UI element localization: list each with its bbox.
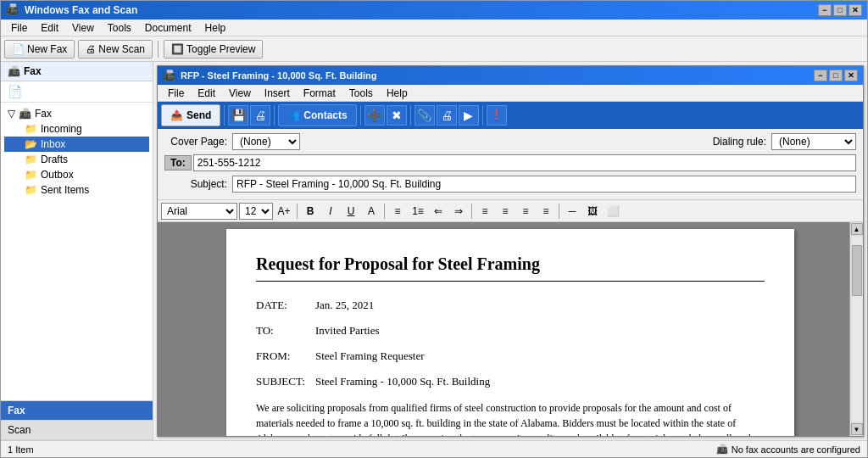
doc-to-label: TO:: [256, 324, 315, 338]
font-size-select[interactable]: 12: [239, 203, 273, 220]
cover-page-row: Cover Page: (None) Dialing rule: (None): [164, 132, 856, 151]
align-right-button[interactable]: ≡: [516, 203, 535, 220]
sidebar-tree: ▽ 📠 Fax 📁 Incoming 📂 Inbox 📁: [1, 103, 153, 400]
cover-page-label: Cover Page:: [164, 136, 232, 148]
justify-button[interactable]: ≡: [537, 203, 555, 220]
inner-minimize-button[interactable]: −: [814, 70, 827, 81]
attach-icon[interactable]: 📎: [415, 105, 435, 126]
menu-file[interactable]: File: [4, 20, 34, 36]
inner-win-controls: − □ ✕: [814, 70, 858, 81]
inner-menu-tools[interactable]: Tools: [342, 86, 380, 101]
new-fax-button[interactable]: 📄 New Fax: [4, 40, 75, 59]
align-left-button[interactable]: ≡: [476, 203, 494, 220]
bullets-button[interactable]: ≡: [388, 203, 407, 220]
tab-fax[interactable]: Fax: [1, 401, 153, 421]
outer-window-title: Windows Fax and Scan: [25, 4, 818, 16]
italic-button[interactable]: I: [321, 203, 340, 220]
inner-close-button[interactable]: ✕: [844, 70, 858, 81]
numbering-button[interactable]: 1≡: [409, 203, 427, 220]
to-row: To:: [164, 154, 856, 172]
minimize-button[interactable]: −: [818, 4, 832, 16]
font-color-button[interactable]: A: [362, 203, 381, 220]
inner-restore-button[interactable]: □: [829, 70, 843, 81]
to-button[interactable]: To:: [164, 155, 192, 170]
inner-menu-insert[interactable]: Insert: [258, 86, 297, 101]
sidebar: 📠 Fax 📄 ▽ 📠 Fax 📁 Incoming: [1, 62, 153, 440]
dialing-rule-select[interactable]: (None): [771, 133, 856, 150]
document-page-1: Request for Proposal for Steel Framing D…: [226, 229, 794, 436]
send-button[interactable]: 📤 Send: [161, 104, 220, 126]
close-button[interactable]: ✕: [849, 4, 862, 16]
scan-icon-btn[interactable]: 🖨: [437, 105, 457, 126]
indent-button[interactable]: ⇒: [449, 203, 468, 220]
inner-menu-file[interactable]: File: [161, 86, 191, 101]
formatting-toolbar: Arial 12 A+ B I U A ≡ 1≡ ⇐ ⇒ ≡ ≡ ≡: [158, 200, 863, 222]
sidebar-item-fax[interactable]: ▽ 📠 Fax: [4, 106, 149, 121]
contacts-button[interactable]: 👥 Contacts: [278, 104, 356, 126]
sent-folder-icon: 📁: [25, 184, 37, 196]
print-icon-button[interactable]: 🖨: [250, 105, 270, 126]
sidebar-bottom-tabs: Fax Scan: [1, 400, 153, 440]
save-icon-button[interactable]: 💾: [228, 105, 248, 126]
underline-button[interactable]: U: [342, 203, 360, 220]
menu-tools[interactable]: Tools: [101, 20, 138, 36]
insert-icon-button[interactable]: ⬜: [604, 203, 622, 220]
fmt-sep-2: [384, 204, 385, 219]
sidebar-item-drafts[interactable]: 📁 Drafts: [4, 152, 149, 167]
font-size-inc-button[interactable]: A+: [275, 203, 293, 220]
sidebar-item-outbox[interactable]: 📁 Outbox: [4, 167, 149, 182]
toolbar-sep-5: [482, 105, 483, 126]
menu-view[interactable]: View: [65, 20, 101, 36]
sidebar-fax-header: 📠 Fax: [1, 62, 153, 81]
inner-menu-view[interactable]: View: [222, 86, 258, 101]
scroll-track[interactable]: [852, 237, 862, 422]
scroll-thumb[interactable]: [852, 245, 862, 296]
inner-menu-bar: File Edit View Insert Format Tools Help: [158, 85, 863, 102]
doc-date-label: DATE:: [256, 299, 315, 312]
toggle-preview-button[interactable]: 🔲 Toggle Preview: [164, 40, 263, 59]
outer-window: 📠 Windows Fax and Scan − □ ✕ File Edit V…: [0, 0, 868, 458]
inbox-label: Inbox: [41, 138, 65, 150]
maximize-button[interactable]: □: [833, 4, 847, 16]
sidebar-item-inbox[interactable]: 📂 Inbox: [4, 137, 149, 152]
subject-label: Subject:: [164, 178, 232, 190]
inner-fax-window: 📠 RFP - Steel Framing - 10,000 Sq. Ft. B…: [157, 65, 864, 437]
subject-row: Subject:: [164, 175, 856, 193]
menu-document[interactable]: Document: [138, 20, 198, 36]
tab-scan[interactable]: Scan: [1, 421, 153, 440]
inner-menu-edit[interactable]: Edit: [191, 86, 222, 101]
drafts-folder-icon: 📁: [25, 154, 37, 165]
scroll-down-arrow[interactable]: ▼: [851, 423, 863, 435]
line-button[interactable]: ─: [563, 203, 581, 220]
inner-window-icon: 📠: [163, 70, 175, 81]
scroll-up-arrow[interactable]: ▲: [851, 223, 863, 235]
document-body: We are soliciting proposals from qualifi…: [256, 400, 765, 436]
outdent-button[interactable]: ⇐: [429, 203, 448, 220]
image-button[interactable]: 🖼: [583, 203, 602, 220]
add-recipient-icon[interactable]: ➕: [364, 105, 385, 126]
fmt-sep-3: [471, 204, 472, 219]
bold-button[interactable]: B: [301, 203, 320, 220]
sidebar-item-incoming[interactable]: 📁 Incoming: [4, 121, 149, 137]
delete-icon[interactable]: ✖: [387, 105, 407, 126]
new-page-icon[interactable]: 📄: [8, 85, 22, 98]
to-input[interactable]: [193, 154, 856, 171]
incoming-folder-icon: 📁: [25, 123, 37, 135]
sidebar-item-sent[interactable]: 📁 Sent Items: [4, 182, 149, 198]
inner-menu-help[interactable]: Help: [380, 86, 415, 101]
subject-input[interactable]: [232, 176, 856, 193]
new-scan-label: New Scan: [98, 43, 145, 55]
sent-label: Sent Items: [41, 184, 89, 196]
doc-date-row: DATE: Jan. 25, 2021: [256, 299, 765, 312]
menu-edit[interactable]: Edit: [34, 20, 65, 36]
align-center-button[interactable]: ≡: [496, 203, 515, 220]
cover-page-select[interactable]: (None): [232, 133, 300, 150]
menu-help[interactable]: Help: [198, 20, 233, 36]
new-scan-button[interactable]: 🖨 New Scan: [78, 40, 153, 59]
arrow-icon[interactable]: ▶: [459, 105, 479, 126]
doc-from-row: FROM: Steel Framing Requester: [256, 349, 765, 363]
alert-icon[interactable]: !: [487, 105, 507, 126]
inner-menu-format[interactable]: Format: [297, 86, 342, 101]
vertical-scrollbar[interactable]: ▲ ▼: [849, 222, 863, 436]
font-family-select[interactable]: Arial: [161, 203, 237, 220]
